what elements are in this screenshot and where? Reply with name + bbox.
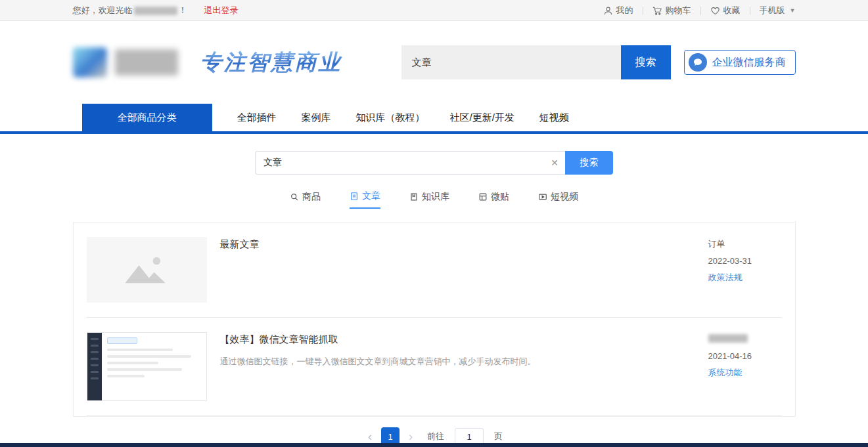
logout-link[interactable]: 退出登录: [204, 5, 239, 16]
nav-short-video[interactable]: 短视频: [539, 112, 569, 124]
image-placeholder: [87, 237, 207, 303]
thumbnail-sidebar: [87, 333, 102, 400]
filter-tab-label: 微贴: [491, 191, 509, 203]
cart-icon: [652, 6, 662, 16]
chat-bubble-icon: [689, 53, 707, 72]
header-search: 搜索: [401, 45, 671, 79]
result-date: 2022-03-31: [708, 256, 782, 266]
cart-link[interactable]: 购物车: [652, 5, 691, 16]
caret-down-icon: ▼: [790, 7, 796, 14]
result-row[interactable]: 【效率】微信文章智能抓取 通过微信图文链接，一键导入微信图文文章到商城文章营销中…: [87, 318, 782, 416]
thumbnail-body: [102, 333, 206, 400]
video-icon: [538, 192, 547, 202]
inner-search-button[interactable]: 搜索: [565, 151, 613, 175]
result-category-link[interactable]: 系统功能: [708, 367, 742, 379]
filter-tab-label: 知识库: [422, 191, 449, 203]
logo-area[interactable]: 专注智慧商业: [73, 47, 342, 77]
mobile-version-dropdown[interactable]: 手机版 ▼: [760, 5, 796, 16]
greeting-text: 您好，欢迎光临: [73, 5, 133, 16]
cart-label: 购物车: [666, 5, 691, 16]
footer-strip: [0, 443, 868, 447]
nav-case-library[interactable]: 案例库: [302, 112, 331, 124]
nav-knowledge-base[interactable]: 知识库（教程）: [356, 112, 425, 124]
main-nav: 全部商品分类 全部插件 案例库 知识库（教程） 社区/更新/开发 短视频: [0, 104, 868, 134]
search-icon: [290, 192, 299, 202]
divider: [700, 7, 701, 15]
blurred-logo-mark: [73, 47, 107, 77]
result-description: 通过微信图文链接，一键导入微信图文文章到商城文章营销中，减少手动发布时间。: [220, 355, 695, 368]
image-placeholder-icon: [121, 254, 172, 286]
my-account-link[interactable]: 我的: [603, 5, 633, 16]
mobile-version-label: 手机版: [760, 5, 785, 16]
divider: [750, 7, 750, 15]
result-title[interactable]: 【效率】微信文章智能抓取: [220, 333, 695, 346]
result-thumbnail: [87, 332, 207, 401]
filter-tab-label: 文章: [362, 190, 380, 202]
result-title[interactable]: 最新文章: [220, 238, 695, 251]
page-unit-label: 页: [494, 431, 503, 442]
goto-label: 前往: [427, 431, 444, 442]
article-icon: [350, 192, 359, 201]
wecom-service-button[interactable]: 企业微信服务商: [684, 50, 796, 75]
blurred-username: [134, 7, 177, 15]
topbar: 您好，欢迎光临 ！ 退出登录 我的 购物车: [0, 0, 868, 21]
result-category-link[interactable]: 政策法规: [708, 272, 742, 284]
nav-community[interactable]: 社区/更新/开发: [450, 112, 514, 124]
brand-slogan: 专注智慧商业: [200, 48, 342, 77]
result-row[interactable]: 最新文章 订单 2022-03-31 政策法规: [87, 223, 782, 318]
filter-tab-label: 商品: [302, 191, 321, 203]
filter-tab-posts[interactable]: 微贴: [478, 190, 509, 209]
results-card: 最新文章 订单 2022-03-31 政策法规: [73, 222, 796, 417]
content: ✕ 搜索 商品 文章 知识库 微贴: [0, 134, 868, 446]
my-account-label: 我的: [616, 5, 633, 16]
inner-search-input[interactable]: [255, 151, 565, 175]
grid-icon: [478, 192, 488, 202]
favorites-link[interactable]: 收藏: [710, 5, 741, 16]
header: 专注智慧商业 搜索 企业微信服务商: [0, 21, 868, 104]
clear-icon[interactable]: ✕: [551, 158, 559, 168]
divider: [643, 7, 643, 15]
filter-tab-video[interactable]: 短视频: [538, 190, 578, 209]
wecom-service-label: 企业微信服务商: [712, 56, 786, 70]
nav-all-categories[interactable]: 全部商品分类: [82, 104, 212, 131]
filter-tab-label: 短视频: [551, 191, 578, 203]
nav-all-plugins[interactable]: 全部插件: [237, 112, 277, 124]
filter-tab-articles[interactable]: 文章: [350, 190, 380, 209]
book-icon: [409, 192, 419, 202]
blurred-logo-text: [115, 49, 178, 75]
header-search-button[interactable]: 搜索: [621, 45, 671, 79]
header-search-input[interactable]: [401, 45, 621, 79]
inner-search: ✕ 搜索: [255, 151, 613, 175]
result-date: 2021-04-16: [708, 351, 782, 361]
result-meta: 订单: [708, 238, 782, 250]
topbar-links: 我的 购物车 收藏 手机版 ▼: [603, 5, 796, 16]
person-icon: [603, 6, 613, 16]
filter-tabs: 商品 文章 知识库 微贴 短视频: [0, 190, 868, 209]
filter-tab-goods[interactable]: 商品: [290, 190, 321, 209]
favorites-label: 收藏: [723, 5, 741, 16]
topbar-greeting-area: 您好，欢迎光临 ！ 退出登录: [73, 5, 239, 16]
filter-tab-knowledge[interactable]: 知识库: [409, 190, 449, 209]
greeting-end: ！: [179, 5, 187, 16]
heart-icon: [710, 6, 720, 16]
blurred-meta: [708, 334, 748, 343]
